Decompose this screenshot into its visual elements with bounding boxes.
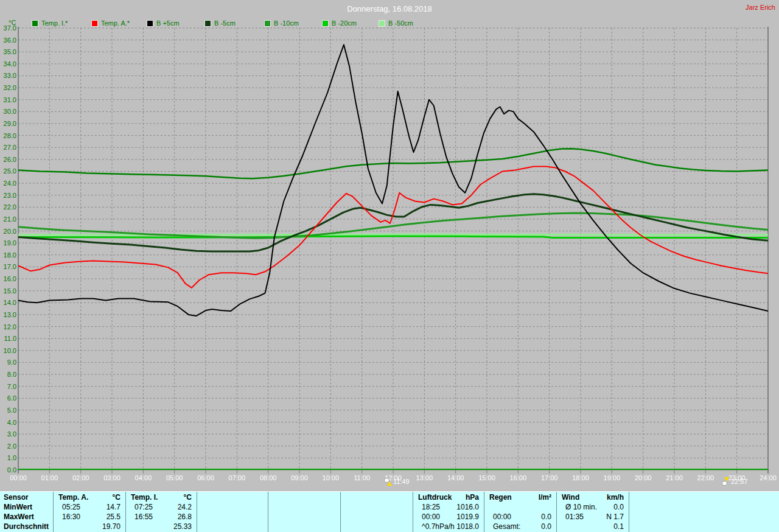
y-tick-label: 32.0 xyxy=(4,84,16,91)
y-tick-label: 22.0 xyxy=(4,203,16,211)
y-tick-label: 26.0 xyxy=(4,156,16,163)
sensor-column-unit: km/h xyxy=(557,493,624,502)
temperature-chart: 0.01.02.03.04.05.06.07.08.09.010.011.012… xyxy=(0,0,779,491)
y-tick-label: 17.0 xyxy=(4,263,16,270)
y-tick-label: 12.0 xyxy=(4,323,16,331)
weather-day-chart-window: Donnerstag, 16.08.2018 Jarz Erich °C Tem… xyxy=(0,0,779,532)
y-tick-label: 2.0 xyxy=(7,443,16,450)
y-tick-label: 6.0 xyxy=(7,394,16,402)
x-tick-label: 07:00 xyxy=(229,474,246,481)
panel-divider xyxy=(629,492,629,532)
series-b-+5cm xyxy=(18,45,768,316)
x-tick-label: 11:00 xyxy=(354,474,370,481)
stat-value: 0.1 xyxy=(557,522,624,531)
panel-divider xyxy=(268,492,268,532)
sensor-column-unit: °C xyxy=(54,493,121,502)
y-tick-label: 36.0 xyxy=(4,37,16,44)
moon-set-icon xyxy=(722,477,730,486)
moon-set-marker: 22:57 xyxy=(722,477,748,486)
sensor-column-unit: °C xyxy=(126,493,192,502)
x-tick-label: 19:00 xyxy=(604,474,621,481)
moon-marker-time: 22:57 xyxy=(731,478,748,485)
x-tick-label: 15:00 xyxy=(478,474,495,481)
y-tick-label: 34.0 xyxy=(4,60,16,68)
moon-rise-marker: 11:49 xyxy=(384,477,410,486)
stat-value: N 1.7 xyxy=(557,513,624,521)
stat-value: 24.2 xyxy=(126,503,192,511)
x-tick-label: 16:00 xyxy=(510,474,527,481)
y-tick-label: 1.0 xyxy=(7,454,16,461)
stat-value: 1018.0 xyxy=(413,522,479,531)
y-tick-label: 35.0 xyxy=(4,48,16,55)
stat-row-label: MinWert xyxy=(4,503,32,511)
x-tick-label: 13:00 xyxy=(416,474,433,481)
stat-value: 26.8 xyxy=(126,513,192,521)
x-tick-label: 02:00 xyxy=(72,474,89,481)
y-tick-label: 16.0 xyxy=(4,275,16,282)
y-tick-label: 21.0 xyxy=(4,215,16,223)
y-tick-label: 18.0 xyxy=(4,251,16,259)
x-tick-label: 22:00 xyxy=(697,474,714,481)
series-b--50cm xyxy=(18,234,768,235)
y-tick-label: 11.0 xyxy=(4,335,16,342)
x-tick-label: 01:00 xyxy=(41,474,58,481)
y-tick-label: 33.0 xyxy=(4,72,16,79)
x-tick-label: 24:00 xyxy=(760,474,777,481)
moon-marker-time: 11:49 xyxy=(393,478,410,485)
y-tick-label: 29.0 xyxy=(4,120,16,127)
y-tick-label: 30.0 xyxy=(4,108,16,115)
x-tick-label: 18:00 xyxy=(572,474,589,481)
stat-row-label: Sensor xyxy=(4,493,29,502)
y-tick-label: 5.0 xyxy=(7,407,16,414)
stat-value: 14.7 xyxy=(54,503,121,511)
moon-rise-icon xyxy=(384,477,392,486)
x-tick-label: 17:00 xyxy=(541,474,558,481)
sensor-column-unit: l/m² xyxy=(484,493,551,502)
y-tick-label: 25.0 xyxy=(4,167,16,175)
summary-panel: SensorMinWertMaxWertDurchschnittTemp. A.… xyxy=(0,491,779,532)
y-tick-label: 9.0 xyxy=(7,359,16,366)
y-tick-label: 19.0 xyxy=(4,239,16,247)
y-tick-label: 31.0 xyxy=(4,96,16,103)
y-tick-label: 37.0 xyxy=(4,24,16,32)
stat-value: 25.5 xyxy=(54,513,121,521)
y-tick-label: 24.0 xyxy=(4,180,16,187)
y-tick-label: 7.0 xyxy=(7,383,16,390)
x-tick-label: 06:00 xyxy=(197,474,214,481)
x-tick-label: 10:00 xyxy=(323,474,340,481)
x-tick-label: 05:00 xyxy=(166,474,183,481)
stat-value: 1019.9 xyxy=(413,513,479,521)
y-tick-label: 23.0 xyxy=(4,192,16,199)
stat-value: 19.70 xyxy=(54,522,121,531)
stat-value: 0.0 xyxy=(484,513,551,521)
x-tick-label: 04:00 xyxy=(135,474,152,481)
y-tick-label: 28.0 xyxy=(4,132,16,139)
y-tick-label: 15.0 xyxy=(4,287,16,295)
y-tick-label: 13.0 xyxy=(4,311,16,318)
y-tick-label: 4.0 xyxy=(7,419,16,426)
panel-divider xyxy=(197,492,197,532)
y-tick-label: 20.0 xyxy=(4,228,16,235)
y-tick-label: 8.0 xyxy=(7,371,16,378)
x-tick-label: 09:00 xyxy=(291,474,308,481)
stat-value: 0.0 xyxy=(484,522,551,531)
stat-value: 1016.0 xyxy=(413,503,479,511)
sensor-column-unit: hPa xyxy=(413,493,479,502)
y-tick-label: 10.0 xyxy=(4,347,16,354)
x-tick-label: 00:00 xyxy=(10,474,27,481)
x-tick-label: 20:00 xyxy=(635,474,652,481)
stat-value: 25.33 xyxy=(126,522,192,531)
y-tick-label: 27.0 xyxy=(4,144,16,151)
stat-row-label: MaxWert xyxy=(4,513,34,521)
x-tick-label: 14:00 xyxy=(447,474,464,481)
panel-divider xyxy=(340,492,341,532)
x-tick-label: 21:00 xyxy=(666,474,683,481)
stat-row-label: Durchschnitt xyxy=(4,522,49,531)
y-tick-label: 3.0 xyxy=(7,430,16,438)
stat-value: 0.0 xyxy=(557,503,624,511)
y-tick-label: 14.0 xyxy=(4,299,16,306)
x-tick-label: 08:00 xyxy=(260,474,277,481)
x-tick-label: 03:00 xyxy=(103,474,121,481)
y-tick-label: 0.0 xyxy=(7,466,16,474)
